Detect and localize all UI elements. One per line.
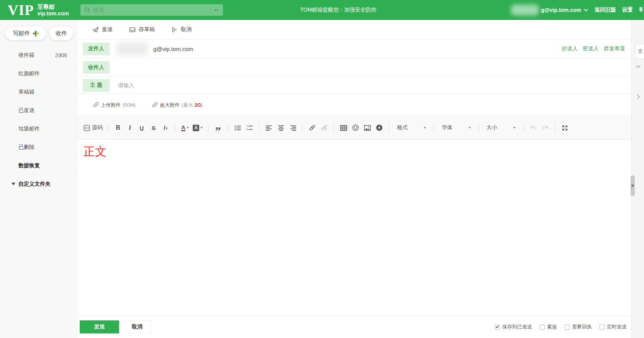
- bullet-list-button[interactable]: [233, 123, 242, 133]
- account-menu[interactable]: g@vip.tom.com: [541, 7, 588, 13]
- app-header: VIP 至尊邮 vip.tom.com TOM邮箱提醒您：加强安全防控 g@vi…: [0, 0, 644, 20]
- align-center-button[interactable]: [277, 123, 285, 133]
- insert-flash-button[interactable]: [375, 123, 383, 133]
- paperclip-icon: [152, 102, 158, 108]
- save-draft-toolbar-button[interactable]: 存草稿: [129, 26, 155, 33]
- text-color-button[interactable]: A: [181, 123, 189, 133]
- sidebar-item-flagged[interactable]: 红旗邮件: [0, 64, 77, 82]
- caret-icon: [187, 127, 189, 129]
- back-arrow-icon: [171, 26, 178, 33]
- message-body-editor[interactable]: 正文: [77, 140, 631, 315]
- read-receipt-checkbox[interactable]: 需要回执: [565, 323, 592, 330]
- max-size-value: 2G: [195, 102, 201, 108]
- italic-button[interactable]: I: [126, 123, 134, 133]
- blockquote-button[interactable]: ”: [214, 123, 222, 133]
- plus-icon: [33, 31, 39, 36]
- search-input[interactable]: [93, 7, 213, 13]
- panel-collapse-handle[interactable]: >: [631, 175, 635, 196]
- checkbox-icon[interactable]: [540, 325, 545, 330]
- logo-domain: vip.tom.com: [37, 10, 69, 16]
- font-size-dropdown[interactable]: 大小: [484, 123, 518, 133]
- insert-link-button[interactable]: [308, 123, 316, 133]
- from-address: g@vip.tom.com: [153, 46, 193, 52]
- draft-box-icon: [129, 26, 136, 33]
- caret-icon: [513, 127, 516, 129]
- from-row: 发件人 g@vip.tom.com 抄送人 密送人 群发单显: [77, 40, 631, 58]
- sidebar-item-spam[interactable]: 垃圾邮件: [0, 119, 77, 138]
- sidebar-item-sent[interactable]: 已发送: [0, 101, 77, 119]
- body-text: 正文: [84, 145, 625, 158]
- numbered-list-button[interactable]: 12: [245, 123, 254, 133]
- font-family-dropdown[interactable]: 字体: [439, 123, 473, 133]
- chevron-right-icon[interactable]: [637, 94, 640, 101]
- caret-icon: [200, 127, 203, 129]
- align-right-button[interactable]: [288, 123, 297, 133]
- inbox-count-badge: 2906: [55, 52, 67, 58]
- subject-input[interactable]: [118, 82, 386, 88]
- logo-product-name: 至尊邮: [37, 3, 69, 10]
- triangle-down-icon: [11, 183, 15, 185]
- checkbox-icon[interactable]: [495, 325, 500, 330]
- caret-icon: [424, 127, 426, 129]
- receive-button[interactable]: 收件: [49, 26, 73, 40]
- undo-button[interactable]: [529, 123, 537, 133]
- remove-format-button[interactable]: Ix: [161, 123, 170, 133]
- sidebar-item-deleted[interactable]: 已删除: [0, 138, 77, 156]
- bold-button[interactable]: B: [114, 123, 122, 133]
- align-left-button[interactable]: [265, 123, 273, 133]
- paragraph-format-dropdown[interactable]: 格式: [395, 123, 428, 133]
- upload-attachment-button[interactable]: 上传附件 (50M): [93, 102, 136, 109]
- send-button[interactable]: 发送: [80, 320, 119, 333]
- insert-image-button[interactable]: [363, 123, 372, 133]
- to-row[interactable]: 收件人: [77, 58, 631, 77]
- scheduled-send-checkbox[interactable]: 定时发送: [600, 323, 627, 330]
- richtext-toolbar: 源码 B I U S Ix A A ” 12: [77, 116, 631, 140]
- checkbox-icon[interactable]: [565, 325, 570, 330]
- sidebar-item-drafts[interactable]: 草稿箱: [0, 82, 77, 101]
- paper-plane-icon: [92, 26, 99, 33]
- settings-link[interactable]: 设置: [622, 7, 633, 13]
- contacts-side-panel: 查 >: [631, 20, 644, 338]
- compose-toolbar: 发送 存草稿 取消: [77, 20, 631, 40]
- footer-bar: 发送 取消 保存到已发送 紧急 需要回执 定时发送: [77, 315, 631, 338]
- background-color-button[interactable]: A: [193, 123, 203, 133]
- maximize-button[interactable]: [560, 123, 569, 133]
- sidebar-item-inbox[interactable]: 收件箱 2906: [0, 46, 77, 64]
- cancel-toolbar-button[interactable]: 取消: [171, 26, 192, 33]
- send-toolbar-button[interactable]: 发送: [92, 26, 113, 33]
- contact-search-input[interactable]: 查: [635, 44, 644, 59]
- mass-single-display-link[interactable]: 群发单显: [604, 45, 625, 52]
- strikethrough-button[interactable]: S: [149, 123, 158, 133]
- chevron-down-icon[interactable]: [636, 63, 641, 70]
- security-notice: TOM邮箱提醒您：加强安全防控: [300, 0, 377, 20]
- sidebar-item-data-recovery[interactable]: 数据恢复: [0, 156, 77, 175]
- urgent-checkbox[interactable]: 紧急: [540, 323, 557, 330]
- source-code-button[interactable]: 源码: [84, 123, 103, 133]
- svg-text:2: 2: [246, 128, 248, 131]
- cancel-button[interactable]: 取消: [123, 320, 152, 333]
- search-icon: [84, 7, 91, 13]
- sidebar-item-custom-folders[interactable]: 自定义文件夹: [0, 175, 77, 193]
- save-to-sent-checkbox[interactable]: 保存到已发送: [495, 323, 532, 330]
- add-bcc-link[interactable]: 密送人: [583, 45, 599, 52]
- from-label: 发件人: [83, 43, 110, 55]
- to-label: 收件人: [83, 61, 110, 74]
- clipped-header-link[interactable]: 帮: [639, 7, 642, 13]
- compose-button[interactable]: 写邮件: [5, 26, 46, 40]
- caret-icon: [469, 127, 471, 129]
- enter-icon: [213, 7, 219, 13]
- vip-logo: VIP: [8, 3, 34, 17]
- redo-button[interactable]: [541, 123, 549, 133]
- insert-table-button[interactable]: [339, 123, 348, 133]
- back-to-old-version-link[interactable]: 返回旧版: [595, 7, 616, 13]
- insert-emoji-button[interactable]: [351, 123, 360, 133]
- header-search[interactable]: [80, 4, 223, 16]
- svg-text:1: 1: [246, 125, 248, 127]
- sidebar: 写邮件 收件 收件箱 2906 红旗邮件 草稿箱 已发送 垃圾邮件 已删除 数据…: [0, 20, 77, 338]
- add-cc-link[interactable]: 抄送人: [562, 45, 578, 52]
- underline-button[interactable]: U: [138, 123, 146, 133]
- checkbox-icon[interactable]: [600, 325, 605, 330]
- subject-label: 主 题: [83, 79, 110, 92]
- large-attachment-button[interactable]: 超大附件 (最大 2G): [152, 102, 203, 109]
- remove-link-button[interactable]: [320, 123, 328, 133]
